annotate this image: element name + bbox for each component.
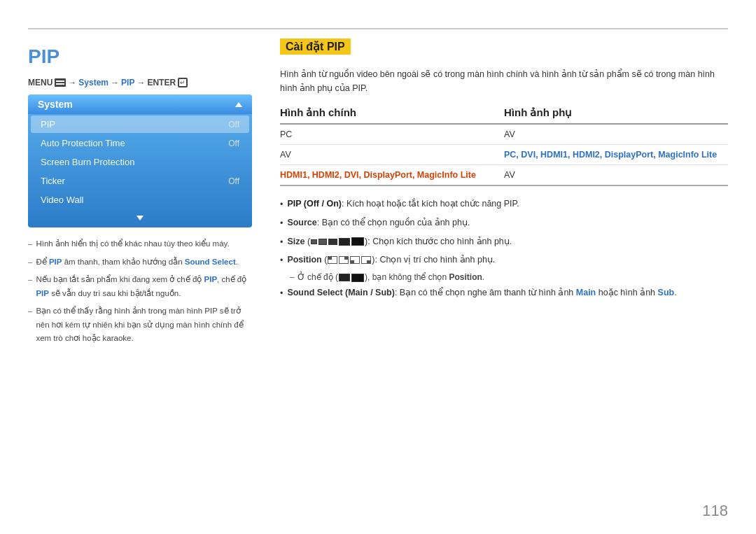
arrow1: →	[68, 78, 76, 87]
menu-icon	[55, 78, 66, 87]
system-label: System	[78, 78, 108, 87]
arrow3: →	[136, 78, 145, 87]
menu-item-pip-label: PIP	[41, 119, 55, 129]
bullet-source: • Source: Bạn có thể chọn nguồn của ảnh …	[280, 216, 728, 230]
arrow2: →	[111, 78, 119, 87]
table-row-2: AV PC, DVI, HDMI1, HDMI2, DisplayPort, M…	[280, 145, 728, 165]
pos-icon-tr	[339, 256, 349, 264]
indent-position-note: – Ở chế độ (), bạn không thể chọn Positi…	[290, 272, 728, 282]
bullet-sound-select: • Sound Select (Main / Sub): Bạn có thể …	[280, 286, 728, 300]
table-cell-sub-2: PC, DVI, HDMI1, HDMI2, DisplayPort, Magi…	[504, 150, 728, 160]
note-item-2: – Để PIP âm thanh, tham khảo hướng dẫn S…	[28, 255, 252, 269]
table-cell-sub-3: AV	[504, 170, 728, 180]
bullet-size: • Size (): Chọn kích thước cho hình ảnh …	[280, 235, 728, 249]
pip-title: PIP	[28, 45, 252, 68]
left-panel: PIP MENU → System → PIP → ENTER System P…	[28, 38, 252, 350]
menu-item-video-wall[interactable]: Video Wall	[31, 191, 249, 209]
menu-item-auto-protection[interactable]: Auto Protection Time Off	[31, 134, 249, 152]
pip-label: PIP	[121, 78, 134, 87]
table-header-sub: Hình ảnh phụ	[504, 106, 728, 119]
menu-item-pip[interactable]: PIP Off	[31, 115, 249, 133]
size-icon-full	[351, 237, 364, 246]
section-title: Cài đặt PIP	[280, 38, 728, 62]
menu-label: MENU	[28, 78, 52, 87]
table-cell-main-1: PC	[280, 129, 504, 139]
table-cell-sub-1: AV	[504, 129, 728, 139]
note-item-3: – Nếu bạn tắt sản phẩm khi đang xem ở ch…	[28, 273, 252, 300]
intro-text: Hình ảnh từ nguồn video bên ngoài sẽ có …	[280, 67, 728, 95]
system-menu-header: System	[28, 94, 252, 114]
menu-path: MENU → System → PIP → ENTER	[28, 78, 252, 87]
table-section: Hình ảnh chính Hình ảnh phụ PC AV AV PC,…	[280, 106, 728, 186]
bullet-pip: • PIP (Off / On): Kích hoạt hoặc tắt kíc…	[280, 197, 728, 211]
table-cell-main-2: AV	[280, 150, 504, 160]
pos-icon-bl	[350, 256, 360, 264]
menu-item-ticker-label: Ticker	[41, 176, 65, 186]
menu-item-screen-burn-label: Screen Burn Protection	[41, 157, 134, 167]
bullet-position: • Position (): Chọn vị trí cho hình ảnh …	[280, 253, 728, 267]
enter-icon	[178, 78, 188, 87]
menu-item-auto-protection-label: Auto Protection Time	[41, 138, 125, 148]
system-menu: System PIP Off Auto Protection Time Off …	[28, 94, 252, 227]
table-row-1: PC AV	[280, 125, 728, 145]
menu-item-screen-burn[interactable]: Screen Burn Protection	[31, 153, 249, 171]
bullet-section: • PIP (Off / On): Kích hoạt hoặc tắt kíc…	[280, 197, 728, 300]
menu-item-video-wall-label: Video Wall	[41, 195, 83, 205]
size-icon-xlarge	[339, 238, 350, 246]
menu-item-ticker-value: Off	[228, 176, 239, 186]
menu-item-auto-protection-value: Off	[228, 139, 239, 148]
page-number: 118	[702, 502, 728, 520]
table-header: Hình ảnh chính Hình ảnh phụ	[280, 106, 728, 125]
chevron-down-icon	[136, 216, 144, 220]
top-divider	[28, 28, 728, 29]
chevron-up-icon	[235, 102, 242, 107]
size-icon-large	[328, 239, 337, 245]
note-item-1: – Hình ảnh hiển thị có thể khác nhau tùy…	[28, 237, 252, 251]
notes-section: – Hình ảnh hiển thị có thể khác nhau tùy…	[28, 237, 252, 346]
menu-item-pip-value: Off	[228, 120, 239, 129]
indent-size-icon-2	[351, 274, 364, 282]
pos-icon-br	[361, 256, 371, 264]
size-icon-small	[311, 239, 317, 244]
menu-item-ticker[interactable]: Ticker Off	[31, 172, 249, 190]
size-icon-med	[318, 239, 327, 245]
pos-icon-tl	[328, 256, 337, 264]
table-row-3: HDMI1, HDMI2, DVI, DisplayPort, MagicInf…	[280, 165, 728, 186]
table-cell-main-3: HDMI1, HDMI2, DVI, DisplayPort, MagicInf…	[280, 170, 504, 180]
table-header-main: Hình ảnh chính	[280, 106, 504, 119]
system-menu-title: System	[38, 99, 73, 110]
indent-size-icon-1	[339, 274, 350, 281]
right-panel: Cài đặt PIP Hình ảnh từ nguồn video bên …	[280, 38, 728, 305]
note-item-4: – Bạn có thể thấy rằng hình ảnh trong mà…	[28, 304, 252, 346]
enter-label: ENTER	[147, 78, 176, 87]
